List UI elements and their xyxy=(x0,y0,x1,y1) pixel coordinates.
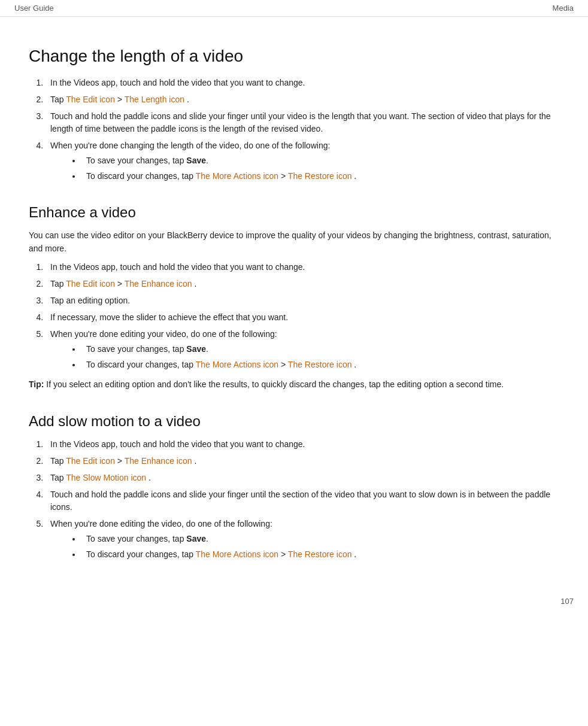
steps-list-enhance-video: In the Videos app, touch and hold the vi… xyxy=(46,261,559,371)
header: User Guide Media xyxy=(0,0,588,17)
steps-list-slow-motion: In the Videos app, touch and hold the vi… xyxy=(46,438,559,561)
inline-link[interactable]: The More Actions icon xyxy=(196,549,279,559)
step-item: In the Videos app, touch and hold the vi… xyxy=(46,261,559,274)
section-intro-enhance-video: You can use the video editor on your Bla… xyxy=(29,229,559,255)
tip-paragraph: Tip: If you select an editing option and… xyxy=(29,378,559,391)
bullet-item: To discard your changes, tap The More Ac… xyxy=(81,548,559,561)
bold-text: Save xyxy=(186,156,206,165)
inline-link[interactable]: The Restore icon xyxy=(288,549,352,559)
bullet-item: To save your changes, tap Save. xyxy=(81,154,559,167)
section-title-slow-motion: Add slow motion to a video xyxy=(29,413,559,430)
inline-link[interactable]: The More Actions icon xyxy=(196,171,279,181)
main-content: Change the length of a videoIn the Video… xyxy=(0,17,588,591)
step-item: Tap an editing option. xyxy=(46,294,559,307)
step-item: Touch and hold the paddle icons and slid… xyxy=(46,110,559,135)
step-item: In the Videos app, touch and hold the vi… xyxy=(46,438,559,451)
inline-link[interactable]: The Restore icon xyxy=(288,360,352,369)
inline-link[interactable]: The Edit icon xyxy=(66,95,115,104)
step-item: If necessary, move the slider to achieve… xyxy=(46,311,559,324)
step-item: Tap The Slow Motion icon . xyxy=(46,472,559,484)
bullet-item: To discard your changes, tap The More Ac… xyxy=(81,359,559,371)
bullet-item: To discard your changes, tap The More Ac… xyxy=(81,170,559,183)
inline-link[interactable]: The Enhance icon xyxy=(125,279,192,288)
step-item: Touch and hold the paddle icons and slid… xyxy=(46,488,559,514)
inline-link[interactable]: The Enhance icon xyxy=(125,456,192,466)
header-right: Media xyxy=(553,4,574,13)
bullet-list: To save your changes, tap Save.To discar… xyxy=(81,154,559,183)
step-item: Tap The Edit icon > The Enhance icon . xyxy=(46,278,559,290)
tip-label: Tip: xyxy=(29,379,44,389)
inline-link[interactable]: The Length icon xyxy=(125,95,184,104)
inline-link[interactable]: The More Actions icon xyxy=(196,360,279,369)
bold-text: Save xyxy=(186,344,206,354)
bullet-list: To save your changes, tap Save.To discar… xyxy=(81,343,559,371)
section-title-change-length: Change the length of a video xyxy=(29,47,559,66)
section-title-enhance-video: Enhance a video xyxy=(29,204,559,221)
step-item: When you're done changing the length of … xyxy=(46,139,559,183)
bullet-list: To save your changes, tap Save.To discar… xyxy=(81,533,559,561)
steps-list-change-length: In the Videos app, touch and hold the vi… xyxy=(46,77,559,183)
header-left: User Guide xyxy=(14,4,54,13)
page-number: 107 xyxy=(0,591,588,612)
inline-link[interactable]: The Edit icon xyxy=(66,279,115,288)
bullet-item: To save your changes, tap Save. xyxy=(81,343,559,356)
bold-text: Save xyxy=(186,534,206,543)
inline-link[interactable]: The Restore icon xyxy=(288,171,352,181)
step-item: When you're done editing the video, do o… xyxy=(46,518,559,561)
inline-link[interactable]: The Slow Motion icon xyxy=(66,473,146,482)
step-item: In the Videos app, touch and hold the vi… xyxy=(46,77,559,89)
bullet-item: To save your changes, tap Save. xyxy=(81,533,559,545)
step-item: Tap The Edit icon > The Enhance icon . xyxy=(46,455,559,467)
inline-link[interactable]: The Edit icon xyxy=(66,456,115,466)
step-item: When you're done editing your video, do … xyxy=(46,328,559,371)
step-item: Tap The Edit icon > The Length icon . xyxy=(46,93,559,106)
